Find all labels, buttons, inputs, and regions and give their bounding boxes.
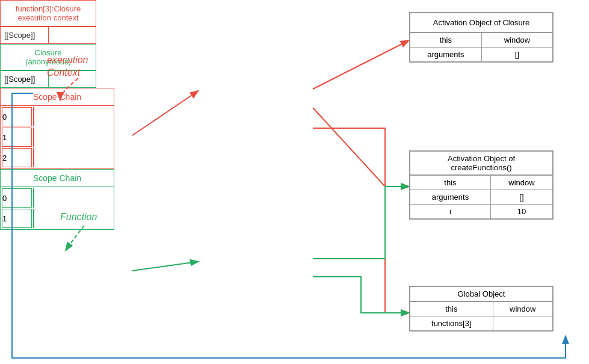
acf-i-val: 10 <box>490 205 552 219</box>
exec-scope-value <box>49 27 96 43</box>
function-label: Function <box>60 212 97 223</box>
sc-bottom-row-1: 1 <box>2 209 34 228</box>
svg-line-0 <box>132 91 197 135</box>
acf-this-key: this <box>410 176 491 190</box>
sc-bottom-row-0: 0 <box>2 188 34 208</box>
ac-args-val: [] <box>481 48 552 62</box>
exec-ctx-title: function[3]:Closureexecution context <box>1 1 96 26</box>
acf-args-val: [] <box>490 190 552 205</box>
exec-scope-label: [[Scope]] <box>1 27 49 43</box>
svg-line-1 <box>132 262 197 271</box>
scope-chain-top-title: Scope Chain <box>1 88 114 106</box>
exec-context-box: function[3]:Closureexecution context [[S… <box>0 0 96 44</box>
acf-i-key: i <box>410 205 491 219</box>
acf-args-key: arguments <box>410 190 491 205</box>
global-object-box: Global Object thiswindow functions[3] <box>409 286 554 332</box>
acf-this-val: window <box>490 176 552 190</box>
scope-chain-top: Scope Chain 0 1 2 <box>0 88 114 169</box>
activation-create-box: Activation Object ofcreateFunctions() th… <box>409 150 554 220</box>
scope-chain-bottom-title: Scope Chain <box>1 170 114 187</box>
go-this-key: this <box>410 302 493 316</box>
go-fn-val <box>493 316 552 331</box>
scope-chain-bottom: Scope Chain 0 1 <box>0 169 114 230</box>
ac-args-key: arguments <box>410 48 482 62</box>
go-fn-key: functions[3] <box>410 316 493 331</box>
execution-context-label: executionContext <box>47 54 88 79</box>
go-this-val: window <box>493 302 552 316</box>
sc-top-row-2: 2 <box>2 148 34 167</box>
activation-closure-title: Activation Object of Closure <box>410 13 553 32</box>
ac-this-key: this <box>410 33 482 48</box>
closure-scope-label: [[Scope]] <box>1 71 49 87</box>
activation-closure-box: Activation Object of Closure thiswindow … <box>409 12 554 63</box>
diagram: executionContext Function function[3]:Cl… <box>0 0 589 364</box>
sc-top-row-0: 0 <box>2 107 34 126</box>
sc-top-row-1: 1 <box>2 128 34 147</box>
global-object-title: Global Object <box>410 286 553 301</box>
activation-create-title: Activation Object ofcreateFunctions() <box>410 151 553 175</box>
ac-this-val: window <box>481 33 552 48</box>
